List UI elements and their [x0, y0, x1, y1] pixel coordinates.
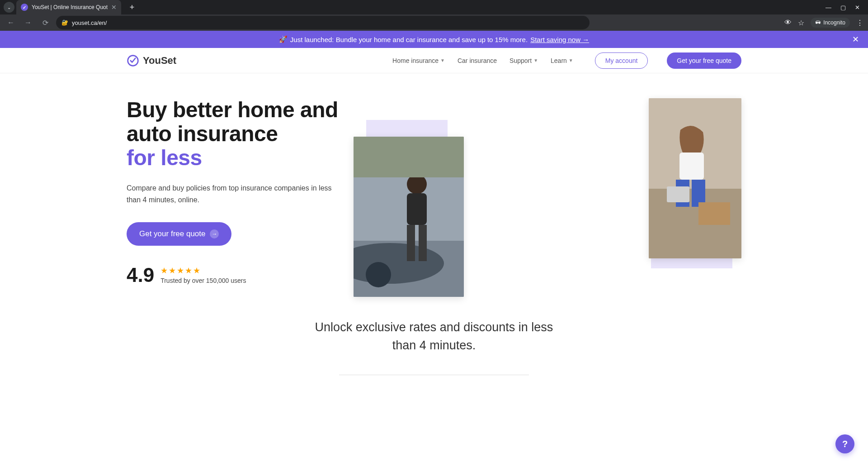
- main-nav: YouSet Home insurance▼ Car insurance Sup…: [0, 48, 868, 73]
- incognito-icon: 🕶: [815, 19, 821, 26]
- tab-title: YouSet | Online Insurance Quot: [32, 4, 108, 10]
- svg-rect-17: [698, 202, 730, 225]
- chevron-down-icon: ▼: [569, 58, 573, 63]
- promo-banner: 🚀 Just launched: Bundle your home and ca…: [0, 31, 868, 48]
- hero-image-home: [649, 98, 741, 258]
- svg-rect-8: [419, 225, 427, 261]
- tab-close-icon[interactable]: ✕: [111, 4, 117, 11]
- reload-button[interactable]: ⟳: [39, 16, 52, 29]
- nav-car-insurance[interactable]: Car insurance: [458, 57, 497, 64]
- chevron-down-icon: ▼: [533, 58, 538, 63]
- site-info-icon[interactable]: 🔐: [61, 19, 68, 26]
- incognito-badge[interactable]: 🕶 Incognito: [811, 18, 850, 28]
- url-text: youset.ca/en/: [72, 19, 107, 26]
- rocket-icon: 🚀: [279, 35, 288, 43]
- minimize-icon[interactable]: —: [826, 4, 831, 11]
- nav-home-insurance[interactable]: Home insurance▼: [392, 57, 445, 64]
- hero-cta-button[interactable]: Get your free quote →: [127, 222, 231, 246]
- menu-icon[interactable]: ⋮: [856, 19, 863, 27]
- svg-rect-7: [407, 225, 415, 261]
- arrow-right-icon: →: [210, 229, 219, 238]
- help-fab-button[interactable]: ?: [835, 434, 854, 453]
- svg-rect-13: [679, 152, 704, 180]
- svg-point-4: [366, 262, 391, 287]
- brand-logo[interactable]: YouSet: [127, 54, 176, 67]
- hero-subtitle: Compare and buy policies from top insura…: [127, 182, 335, 205]
- hero-images: [366, 98, 741, 286]
- svg-rect-9: [354, 137, 464, 177]
- nav-learn[interactable]: Learn▼: [551, 57, 573, 64]
- tab-favicon: ✓: [21, 4, 28, 11]
- bookmark-icon[interactable]: ☆: [798, 19, 804, 27]
- hero-image-car: [354, 137, 464, 297]
- chevron-down-icon: ▼: [440, 58, 445, 63]
- browser-tab[interactable]: ✓ YouSet | Online Insurance Quot ✕: [16, 0, 121, 14]
- back-button[interactable]: ←: [5, 16, 17, 29]
- rating-block: 4.9 ★★★★★ Trusted by over 150,000 users: [127, 264, 353, 286]
- banner-close-icon[interactable]: ✕: [852, 34, 859, 44]
- incognito-label: Incognito: [823, 19, 845, 26]
- eye-off-icon[interactable]: 👁: [784, 19, 792, 27]
- svg-rect-16: [667, 186, 689, 202]
- forward-button[interactable]: →: [22, 16, 34, 29]
- nav-support[interactable]: Support▼: [509, 57, 538, 64]
- nav-get-quote-button[interactable]: Get your free quote: [667, 52, 741, 69]
- rating-score: 4.9: [127, 264, 154, 286]
- logo-icon: [127, 54, 139, 67]
- maximize-icon[interactable]: ▢: [840, 4, 846, 11]
- banner-link[interactable]: Start saving now →: [530, 36, 589, 43]
- close-window-icon[interactable]: ✕: [855, 4, 860, 11]
- section-title: Unlock exclusive rates and discounts in …: [307, 318, 561, 355]
- my-account-button[interactable]: My account: [595, 52, 648, 69]
- address-bar[interactable]: 🔐 youset.ca/en/: [56, 16, 590, 29]
- hero-headline: Buy better home and auto insurance for l…: [127, 98, 353, 170]
- banner-text: Just launched: Bundle your home and car …: [290, 36, 528, 43]
- new-tab-button[interactable]: +: [126, 1, 138, 14]
- divider: [339, 375, 529, 375]
- svg-rect-6: [407, 193, 427, 225]
- tab-search-dropdown[interactable]: ⌄: [4, 2, 14, 13]
- brand-name: YouSet: [143, 55, 176, 67]
- star-icons: ★★★★★: [160, 266, 246, 276]
- trusted-text: Trusted by over 150,000 users: [160, 277, 246, 284]
